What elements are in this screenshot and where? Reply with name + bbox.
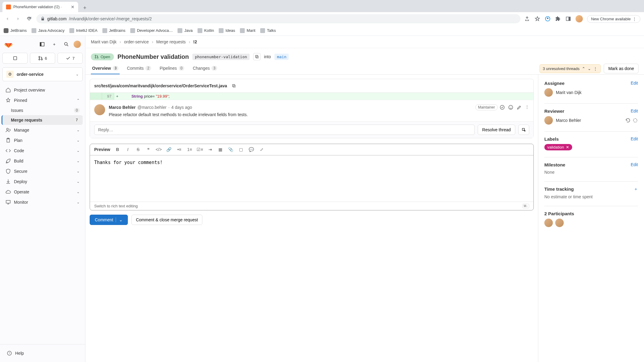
work-item-badge[interactable] xyxy=(2,53,28,64)
edit-assignee[interactable]: Edit xyxy=(631,81,638,86)
add-time-icon[interactable]: ＋ xyxy=(634,186,638,192)
copy-branch-icon[interactable] xyxy=(253,53,261,60)
chevron-down-icon[interactable]: ⌄ xyxy=(77,179,80,184)
gitlab-logo-icon[interactable] xyxy=(4,40,13,49)
chrome-avatar[interactable] xyxy=(576,15,583,22)
chevron-down-icon[interactable]: ⌄ xyxy=(77,169,80,173)
reload-button[interactable] xyxy=(25,15,33,22)
ordered-list-icon[interactable]: 1≡ xyxy=(187,146,193,153)
sidebar-item-project-overview[interactable]: Project overview xyxy=(2,85,83,95)
sidebar-item-merge-requests[interactable]: Merge requests7 xyxy=(2,115,83,125)
bookmark-item[interactable]: JetBrains xyxy=(4,28,27,33)
breadcrumb-link[interactable]: order-service xyxy=(124,39,149,44)
sidebar-item-issues[interactable]: Issues0 xyxy=(2,106,83,115)
indent-icon[interactable]: ⇥ xyxy=(207,146,213,153)
new-tab-button[interactable]: + xyxy=(81,4,89,12)
edit-milestone[interactable]: Edit xyxy=(631,162,638,167)
create-issue-icon[interactable] xyxy=(518,125,529,135)
user-avatar[interactable] xyxy=(74,41,81,48)
bookmark-item[interactable]: Developer Advoca… xyxy=(130,28,173,33)
participant-avatar[interactable] xyxy=(555,219,564,227)
chevron-down-icon[interactable]: ⌄ xyxy=(77,149,80,153)
task-list-icon[interactable]: ☑≡ xyxy=(197,146,203,153)
reviewer-name[interactable]: Marco Behler xyxy=(556,118,581,123)
participant-avatar[interactable] xyxy=(544,219,553,227)
label-chip[interactable]: validation ✕ xyxy=(544,144,572,150)
details-icon[interactable]: ▢ xyxy=(238,146,244,153)
commenter-avatar[interactable] xyxy=(94,104,105,115)
bookmark-item[interactable]: Marit xyxy=(240,28,255,33)
bookmark-item[interactable]: Ideas xyxy=(219,28,235,33)
bookmark-item[interactable]: Java Advocacy xyxy=(32,28,65,33)
create-new-icon[interactable]: + xyxy=(49,39,59,49)
sidebar-item-manage[interactable]: Manage⌄ xyxy=(2,125,83,135)
collapse-sidebar-icon[interactable] xyxy=(37,39,47,49)
browser-tab[interactable]: PhoneNumber validation (!2) · ✕ xyxy=(2,2,78,12)
share-icon[interactable] xyxy=(524,16,530,22)
strike-icon[interactable]: S xyxy=(135,146,141,153)
comment-author[interactable]: Marco Behler xyxy=(109,105,136,110)
update-chrome-button[interactable]: New Chrome available ⋮ xyxy=(587,15,640,23)
resolve-thread-button[interactable]: Resolve thread xyxy=(478,125,515,135)
star-icon[interactable] xyxy=(534,16,540,22)
kebab-icon[interactable]: ⋮ xyxy=(525,105,529,110)
bookmark-item[interactable]: Java xyxy=(178,28,192,33)
chevron-up-icon[interactable]: ⌃ xyxy=(77,98,80,102)
tab-pipelines[interactable]: Pipelines0 xyxy=(158,63,186,74)
attach-icon[interactable]: 📎 xyxy=(228,146,234,153)
tab-commits[interactable]: Commits2 xyxy=(126,63,152,74)
help-link[interactable]: ? Help xyxy=(4,348,81,358)
chevron-down-icon[interactable]: ⌄ xyxy=(77,128,80,132)
sidebar-item-deploy[interactable]: Deploy⌄ xyxy=(2,176,83,187)
bookmark-item[interactable]: Talks xyxy=(260,28,276,33)
diff-file-path[interactable]: src/test/java/com/maritvandijk/orderserv… xyxy=(94,83,227,88)
sidebar-item-build[interactable]: Build⌄ xyxy=(2,156,83,166)
comment-handle[interactable]: @marco.behler xyxy=(138,105,167,110)
sidebar-item-code[interactable]: Code⌄ xyxy=(2,146,83,156)
sidepanel-icon[interactable] xyxy=(565,16,571,22)
source-branch[interactable]: phonenumber-validation xyxy=(192,54,249,60)
profile-icon[interactable] xyxy=(545,16,551,22)
quote-icon[interactable]: ❝ xyxy=(145,146,151,153)
comment-close-button[interactable]: Comment & close merge request xyxy=(131,215,203,225)
extensions-icon[interactable] xyxy=(555,16,561,22)
comment-button[interactable]: Comment ⌄ xyxy=(90,215,128,225)
edit-reviewer[interactable]: Edit xyxy=(631,109,638,114)
preview-button[interactable]: Preview xyxy=(94,147,110,152)
todo-count-badge[interactable]: 7 xyxy=(58,53,83,64)
comment-lines-icon[interactable]: 💬 xyxy=(248,146,254,153)
copy-path-icon[interactable] xyxy=(230,82,237,89)
sidebar-item-plan[interactable]: Plan⌄ xyxy=(2,135,83,146)
address-bar[interactable]: gitlab.com/mlvandijk/order-service/-/mer… xyxy=(36,14,520,23)
bookmark-item[interactable]: IntelliJ IDEA xyxy=(69,28,98,33)
italic-icon[interactable]: I xyxy=(125,146,131,153)
emoji-icon[interactable] xyxy=(508,105,513,110)
switch-editor-link[interactable]: Switch to rich text editing xyxy=(94,204,138,208)
tab-changes[interactable]: Changes3 xyxy=(191,63,218,74)
markdown-badge[interactable]: M↓ xyxy=(522,204,529,208)
target-branch[interactable]: main xyxy=(274,54,289,60)
sidebar-item-monitor[interactable]: Monitor⌄ xyxy=(2,197,83,207)
resolve-check-icon[interactable] xyxy=(500,105,505,110)
assignee-avatar[interactable] xyxy=(544,88,553,97)
sidebar-item-secure[interactable]: Secure⌄ xyxy=(2,166,83,176)
fullscreen-icon[interactable]: ⤢ xyxy=(259,146,265,153)
tab-close-icon[interactable]: ✕ xyxy=(71,5,75,9)
bookmark-item[interactable]: Kotlin xyxy=(198,28,214,33)
search-icon[interactable] xyxy=(61,39,71,49)
breadcrumb-link[interactable]: Marit van Dijk xyxy=(91,39,117,44)
mark-done-button[interactable]: Mark as done xyxy=(604,64,639,73)
sidebar-item-operate[interactable]: Operate⌄ xyxy=(2,187,83,197)
sidebar-item-pinned[interactable]: Pinned⌃ xyxy=(2,95,83,106)
back-button[interactable] xyxy=(4,15,11,22)
bold-icon[interactable]: B xyxy=(115,146,121,153)
project-selector[interactable]: O order-service ⌄ xyxy=(2,67,83,81)
assignee-name[interactable]: Marit van Dijk xyxy=(556,90,582,95)
edit-labels[interactable]: Edit xyxy=(631,136,638,142)
chevron-down-icon[interactable]: ⌄ xyxy=(77,159,80,163)
chevron-down-icon[interactable]: ⌄ xyxy=(77,138,80,142)
rerequest-review-icon[interactable] xyxy=(625,118,631,123)
link-icon[interactable]: 🔗 xyxy=(166,146,172,153)
table-icon[interactable]: ▦ xyxy=(217,146,224,153)
kebab-icon[interactable]: ⋮ xyxy=(593,66,597,71)
